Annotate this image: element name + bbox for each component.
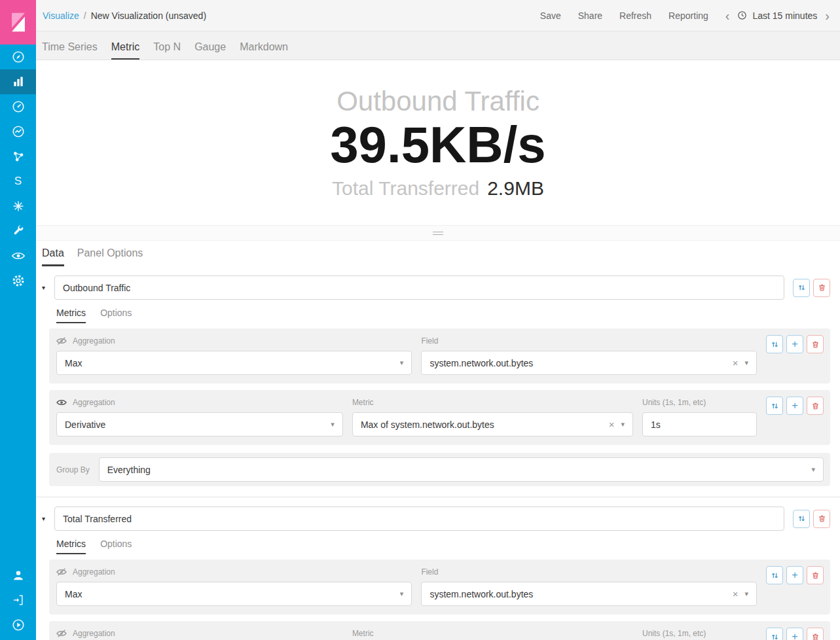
delete-metric-button[interactable] xyxy=(807,335,824,353)
clear-icon[interactable]: × xyxy=(733,357,739,368)
collapse-caret-icon[interactable]: ▾ xyxy=(42,515,54,522)
editor-tabs: Data Panel Options xyxy=(42,247,830,266)
sort-metric-button[interactable] xyxy=(766,397,783,415)
sort-arrows-icon xyxy=(771,633,779,640)
tab-data[interactable]: Data xyxy=(42,247,64,266)
aggregation-row-buttons: + xyxy=(766,566,824,584)
graph-nodes-icon xyxy=(11,149,26,164)
units-column: Units (1s, 1m, etc) xyxy=(642,397,757,436)
eye-slash-icon[interactable] xyxy=(56,628,67,639)
add-metric-button[interactable]: + xyxy=(786,397,803,415)
reporting-button[interactable]: Reporting xyxy=(668,10,708,21)
units-column: Units (1s, 1m, etc) xyxy=(642,628,757,640)
save-button[interactable]: Save xyxy=(540,10,561,21)
sidebar-item-monitoring[interactable] xyxy=(0,243,36,268)
kibana-app: S xyxy=(0,0,840,640)
field-combobox[interactable]: system.network.out.bytes × ▾ xyxy=(421,582,757,606)
metric-secondary: Total Transferred 2.9MB xyxy=(332,177,544,200)
sort-series-button[interactable] xyxy=(793,510,810,528)
tab-metric[interactable]: Metric xyxy=(111,41,140,60)
eye-icon[interactable] xyxy=(56,397,67,408)
sidebar-item-timelion[interactable] xyxy=(0,119,36,144)
sidebar-item-visualize[interactable] xyxy=(0,69,36,94)
units-input[interactable] xyxy=(642,412,757,436)
tab-options[interactable]: Options xyxy=(100,308,132,323)
wrench-icon xyxy=(12,224,25,238)
tab-options[interactable]: Options xyxy=(100,539,132,554)
metric-combobox[interactable]: Max of system.network.out.bytes × ▾ xyxy=(352,412,633,436)
clear-icon[interactable]: × xyxy=(733,588,739,599)
kibana-logo-icon xyxy=(7,11,29,33)
sort-series-button[interactable] xyxy=(793,279,810,297)
aggregation-column: Aggregation ▾ xyxy=(56,628,343,640)
share-button[interactable]: Share xyxy=(578,10,602,21)
sidebar-item-dev-tools[interactable] xyxy=(0,219,36,243)
eye-slash-icon[interactable] xyxy=(56,567,67,577)
delete-series-button[interactable] xyxy=(813,279,830,297)
sidebar-item-logout[interactable] xyxy=(0,588,36,613)
visualization-editor: Data Panel Options ▾ xyxy=(36,241,840,640)
sidebar-item-collapse-nav[interactable] xyxy=(0,613,36,637)
aggregation-select[interactable]: Max ▾ xyxy=(56,351,412,375)
aggregation-label: Aggregation xyxy=(73,398,115,407)
delete-metric-button[interactable] xyxy=(807,628,824,640)
collapse-caret-icon[interactable]: ▾ xyxy=(42,284,54,291)
group-by-select-value: Everything xyxy=(107,465,805,475)
aggregation-column: Aggregation Max ▾ xyxy=(56,566,412,606)
panel-resize-bar[interactable] xyxy=(36,225,840,241)
tab-top-n[interactable]: Top N xyxy=(153,41,181,60)
aggregation-row-buttons: + xyxy=(766,335,824,353)
chevron-down-icon: ▾ xyxy=(744,359,748,367)
aggregation-select[interactable]: Max ▾ xyxy=(56,582,412,606)
sidebar-item-discover[interactable] xyxy=(0,44,36,69)
series-label-input[interactable] xyxy=(54,507,784,531)
tab-metrics[interactable]: Metrics xyxy=(56,308,86,323)
sparkle-icon xyxy=(12,200,25,213)
field-combobox[interactable]: system.network.out.bytes × ▾ xyxy=(421,351,757,375)
top-actions: Save Share Refresh Reporting xyxy=(540,10,708,21)
sidebar-item-s-plugin[interactable]: S xyxy=(0,169,36,194)
delete-metric-button[interactable] xyxy=(807,566,824,584)
sort-arrows-icon xyxy=(771,571,779,580)
plus-icon: + xyxy=(792,400,797,411)
tab-markdown[interactable]: Markdown xyxy=(240,41,288,60)
delete-series-button[interactable] xyxy=(813,510,830,528)
app-sidebar: S xyxy=(0,0,36,640)
eye-slash-icon[interactable] xyxy=(56,336,67,346)
breadcrumb-visualize-link[interactable]: Visualize xyxy=(43,10,79,21)
sidebar-item-dashboard[interactable] xyxy=(0,94,36,119)
sort-metric-button[interactable] xyxy=(766,566,783,584)
clear-icon[interactable]: × xyxy=(609,419,615,430)
dashboard-gauge-icon xyxy=(11,99,26,114)
add-metric-button[interactable]: + xyxy=(786,335,803,353)
delete-metric-button[interactable] xyxy=(807,397,824,415)
visualize-barchart-icon xyxy=(12,75,25,88)
tab-panel-options[interactable]: Panel Options xyxy=(77,247,143,266)
sidebar-item-account[interactable] xyxy=(0,563,36,588)
sort-metric-button[interactable] xyxy=(766,335,783,353)
breadcrumb-separator: / xyxy=(84,10,86,21)
series-label-input[interactable] xyxy=(54,276,784,300)
sidebar-item-sparkle[interactable] xyxy=(0,194,36,219)
eye-icon xyxy=(11,249,26,263)
sort-metric-button[interactable] xyxy=(766,628,783,640)
field-label: Field xyxy=(421,336,438,346)
series-sub-tabs: Metrics Options xyxy=(56,539,830,554)
trash-icon xyxy=(818,283,826,292)
chevron-left-icon[interactable]: ‹ xyxy=(723,9,733,22)
sidebar-item-management[interactable] xyxy=(0,268,36,293)
kibana-logo[interactable] xyxy=(0,0,36,44)
tab-time-series[interactable]: Time Series xyxy=(42,41,98,60)
add-metric-button[interactable]: + xyxy=(786,566,803,584)
sidebar-item-graph[interactable] xyxy=(0,144,36,169)
group-by-select[interactable]: Everything ▾ xyxy=(99,457,824,482)
refresh-button[interactable]: Refresh xyxy=(619,10,651,21)
chevron-down-icon: ▾ xyxy=(811,465,815,474)
tab-metrics[interactable]: Metrics xyxy=(56,539,86,554)
time-picker-label[interactable]: Last 15 minutes xyxy=(752,10,817,21)
tab-gauge[interactable]: Gauge xyxy=(194,41,226,60)
add-metric-button[interactable]: + xyxy=(786,628,803,640)
chevron-right-icon[interactable]: › xyxy=(822,9,832,22)
aggregation-label: Aggregation xyxy=(73,336,115,346)
aggregation-select[interactable]: Derivative ▾ xyxy=(56,412,343,436)
